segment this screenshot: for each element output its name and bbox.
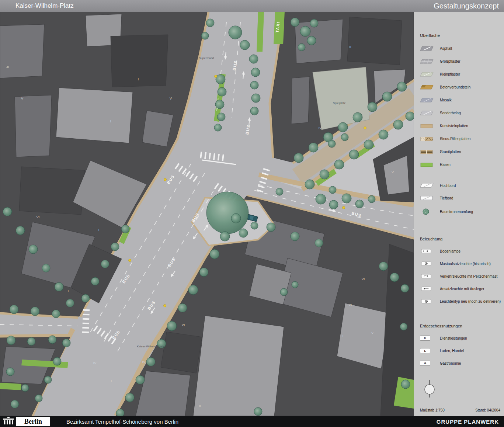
footer-department: Bezirksamt Tempelhof-Schöneberg von Berl… (66, 419, 178, 425)
svg-text:II: II (199, 404, 201, 408)
footer-company: GRUPPE PLANWERK (437, 419, 499, 425)
mosaik-symbol (420, 97, 436, 104)
legend-item-sinus: Sinus-Rillenplatten (420, 132, 504, 145)
legend-item-label: Hochbord (440, 184, 456, 188)
legend-item-bogenlampe: Bogenlampe (420, 245, 504, 257)
svg-text:VI: VI (349, 303, 352, 307)
legend-item-label: Verkehrsleuchte mit Peitschenmast (440, 274, 497, 278)
legend-item-label: Laden, Handel (440, 349, 464, 353)
legend-item-rasen: Rasen (420, 158, 504, 171)
legend-item-baum: Baumkronenumfang (420, 204, 504, 219)
svg-text:V: V (170, 97, 172, 100)
legend-item-label: Asphalt (440, 46, 452, 51)
berlin-logo: Berlin (16, 417, 50, 426)
legend-item-peitschenmast: Verkehrsleuchte mit Peitschenmast (420, 270, 504, 282)
legend-panel: Oberfläche AsphaltGroßpflasterKleinpflas… (414, 12, 504, 416)
legend-item-label: Großpflaster (440, 59, 460, 63)
legend-item-tiefbord: Tiefbord (420, 192, 504, 204)
legend-item-betonverbundstein: Betonverbundstein (420, 81, 504, 94)
map-scale: Maßstab 1:750 (420, 408, 445, 412)
legend-item-d: DDienstleistungen (420, 332, 504, 344)
svg-text:V: V (21, 97, 23, 100)
svg-text:IV: IV (93, 361, 97, 365)
page-title: Kaiser-Wilhelm-Platz (15, 2, 74, 10)
legend-item-ansatz: Ansatzleuchte mit Ausleger (420, 282, 504, 295)
legend-item-mastaufsatz: Mastaufsatzleuchte (historisch) (420, 257, 504, 270)
map-canvas: BUSBUSBUSBUSBUSBUSBUSBUSBUSTAXISupermark… (0, 12, 414, 416)
peitschenmast-symbol (420, 274, 436, 279)
legend-item-label: Granitplatten (440, 150, 461, 154)
legend-item-label: Tiefbord (440, 196, 453, 200)
legend-item-mosaik: Mosaik (420, 94, 504, 107)
rasen-symbol (420, 162, 436, 168)
map-date: Stand: 04/2004 (475, 408, 500, 412)
legend-item-label: Betonverbundstein (440, 85, 470, 89)
svg-text:IV: IV (319, 126, 322, 130)
legend-surface-title: Oberfläche (420, 33, 504, 39)
sinus-symbol (420, 136, 436, 142)
legend-item-label: Dienstleistungen (440, 336, 467, 340)
legend-edge-list: HochbordTiefbordBaumkronenumfang (420, 179, 504, 219)
legend-lighting-list: BogenlampeMastaufsatzleuchte (historisch… (420, 245, 504, 308)
legend-item-label: Bogenlampe (440, 249, 460, 253)
brandenburg-gate-icon (3, 416, 14, 427)
site-plan-map: BUSBUSBUSBUSBUSBUSBUSBUSBUSTAXISupermark… (0, 12, 414, 416)
kunststeinplatten-symbol (420, 123, 436, 129)
use-symbol: D (420, 336, 436, 341)
legend-item-label: Kunststeinplatten (440, 124, 468, 128)
legend-surface-list: AsphaltGroßpflasterKleinpflasterBetonver… (420, 42, 504, 171)
header-bar: Kaiser-Wilhelm-Platz Gestaltungskonzept (0, 0, 504, 12)
legend-item-sonderbelag: Sonderbelag (420, 107, 504, 119)
svg-text:VI: VI (182, 323, 185, 327)
footer-bar: Berlin Bezirksamt Tempelhof-Schöneberg v… (0, 416, 504, 427)
legend-item-g: GGastronomie (420, 357, 504, 369)
svg-text:I: I (343, 334, 344, 338)
kleinpflaster-symbol (420, 71, 436, 78)
legend-item-grosspflaster: Großpflaster (420, 55, 504, 68)
legend-item-granitplatten: Granitplatten (420, 145, 504, 158)
svg-text:VI: VI (362, 277, 365, 281)
page: Kaiser-Wilhelm-Platz Gestaltungskonzept (0, 0, 504, 427)
svg-text:VI: VI (37, 215, 40, 219)
mastaufsatz-symbol (420, 261, 436, 266)
legend-item-label: Kleinpflaster (440, 72, 460, 76)
legend-item-hochbord: Hochbord (420, 179, 504, 192)
legend-item-label: Mastaufsatzleuchte (historisch) (440, 262, 491, 266)
neu-symbol (420, 299, 436, 304)
legend-item-label: Mosaik (440, 98, 452, 102)
svg-text:I: I (138, 77, 139, 81)
legend-item-label: Sonderbelag (440, 111, 461, 115)
legend-item-label: Rasen (440, 163, 451, 167)
svg-text:Supermarkt: Supermarkt (199, 56, 214, 60)
svg-text:Kaiser-Wilhelm-Platz: Kaiser-Wilhelm-Platz (137, 345, 164, 348)
legend-item-l: LLaden, Handel (420, 344, 504, 357)
svg-text:-II: -II (6, 65, 9, 69)
legend-uses-title: Erdgeschossnutzungen (420, 324, 504, 330)
use-symbol: G (420, 361, 436, 366)
use-symbol: L (420, 348, 436, 353)
legend-item-kleinpflaster: Kleinpflaster (420, 68, 504, 81)
svg-text:I: I (111, 379, 112, 383)
legend-item-asphalt: Asphalt (420, 42, 504, 55)
asphalt-symbol (420, 45, 436, 52)
legend-item-label: Sinus-Rillenplatten (440, 137, 470, 141)
legend-uses-list: DDienstleistungenLLaden, HandelGGastrono… (420, 332, 504, 369)
tiefbord-symbol (420, 195, 436, 201)
legend-item-neu: Leuchtentyp neu (noch zu definieren) (420, 295, 504, 308)
granitplatten-symbol (420, 149, 436, 155)
svg-text:Spielplatz: Spielplatz (333, 101, 346, 105)
svg-text:I: I (68, 289, 69, 293)
legend-item-label: Baumkronenumfang (440, 210, 473, 214)
legend-item-label: Leuchtentyp neu (noch zu definieren) (440, 299, 501, 303)
svg-text:I: I (110, 119, 111, 123)
bogenlampe-symbol (420, 249, 436, 254)
svg-text:V: V (371, 331, 373, 335)
legend-lighting-title: Beleuchtung (420, 237, 504, 243)
grosspflaster-symbol (420, 58, 436, 65)
svg-text:II: II (349, 45, 351, 49)
svg-text:V: V (392, 170, 394, 174)
svg-text:I: I (98, 228, 100, 232)
legend-item-label: Ansatzleuchte mit Ausleger (440, 287, 484, 291)
svg-text:IV: IV (142, 360, 146, 364)
hochbord-symbol (420, 182, 436, 189)
